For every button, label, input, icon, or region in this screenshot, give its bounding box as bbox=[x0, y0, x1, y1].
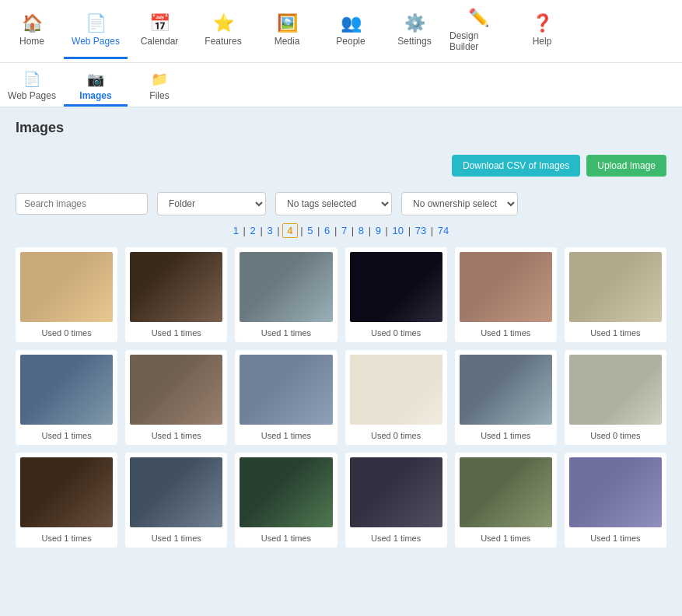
image-card[interactable]: Used 1 times bbox=[565, 453, 666, 548]
image-thumbnail bbox=[350, 355, 442, 425]
used-label: Used 1 times bbox=[152, 534, 201, 543]
nav-calendar[interactable]: 📅 Calendar bbox=[128, 3, 191, 59]
image-thumbnail bbox=[20, 457, 113, 527]
nav-design-builder[interactable]: ✏️ Design Builder bbox=[446, 3, 510, 59]
used-label: Used 1 times bbox=[261, 534, 311, 543]
image-card[interactable]: Used 1 times bbox=[565, 247, 666, 342]
upload-image-button[interactable]: Upload Image bbox=[586, 155, 666, 177]
page-9-link[interactable]: 9 bbox=[376, 225, 381, 236]
image-card[interactable]: Used 0 times bbox=[565, 350, 666, 445]
media-icon: 🖼️ bbox=[277, 13, 298, 33]
search-input[interactable] bbox=[16, 193, 148, 215]
page-content: Images Download CSV of Images Upload Ima… bbox=[0, 107, 682, 560]
nav-home[interactable]: 🏠 Home bbox=[0, 3, 64, 59]
features-icon: ⭐ bbox=[213, 13, 234, 33]
image-grid: Used 0 timesUsed 1 timesUsed 1 timesUsed… bbox=[16, 247, 666, 548]
used-label: Used 0 times bbox=[41, 328, 91, 338]
web-pages-icon: 📄 bbox=[86, 13, 107, 33]
used-label: Used 1 times bbox=[41, 431, 91, 440]
used-label: Used 1 times bbox=[261, 328, 311, 338]
image-card[interactable]: Used 1 times bbox=[235, 350, 337, 445]
sub-navigation: 📄 Web Pages 📷 Images 📁 Files bbox=[0, 63, 682, 107]
filters-row: Folder No tags selected No ownership sel… bbox=[16, 192, 666, 215]
used-label: Used 1 times bbox=[41, 534, 91, 543]
image-card[interactable]: Used 1 times bbox=[455, 247, 557, 342]
image-thumbnail bbox=[240, 355, 332, 425]
page-74-link[interactable]: 74 bbox=[438, 225, 449, 236]
tags-select[interactable]: No tags selected bbox=[275, 192, 392, 215]
ownership-select[interactable]: No ownership selected bbox=[401, 192, 518, 215]
folder-select[interactable]: Folder bbox=[157, 192, 266, 215]
image-card[interactable]: Used 0 times bbox=[16, 247, 117, 342]
page-10-link[interactable]: 10 bbox=[393, 225, 404, 236]
used-label: Used 1 times bbox=[481, 431, 530, 440]
used-label: Used 1 times bbox=[152, 431, 201, 440]
image-thumbnail bbox=[569, 355, 662, 425]
used-label: Used 1 times bbox=[371, 534, 421, 543]
image-thumbnail bbox=[350, 457, 442, 527]
toolbar-right: Download CSV of Images Upload Image bbox=[452, 155, 666, 177]
nav-help[interactable]: ❓ Help bbox=[510, 3, 574, 59]
used-label: Used 1 times bbox=[590, 328, 640, 338]
home-icon: 🏠 bbox=[22, 13, 43, 33]
sub-nav-files[interactable]: 📁 Files bbox=[128, 66, 191, 107]
image-card[interactable]: Used 1 times bbox=[235, 453, 337, 548]
used-label: Used 0 times bbox=[371, 431, 421, 440]
page-7-link[interactable]: 7 bbox=[341, 225, 347, 236]
image-card[interactable]: Used 0 times bbox=[345, 247, 447, 342]
image-card[interactable]: Used 1 times bbox=[125, 247, 227, 342]
used-label: Used 0 times bbox=[590, 431, 640, 440]
image-thumbnail bbox=[20, 252, 113, 322]
image-card[interactable]: Used 1 times bbox=[125, 453, 227, 548]
image-card[interactable]: Used 1 times bbox=[16, 453, 117, 548]
image-card[interactable]: Used 1 times bbox=[125, 350, 227, 445]
used-label: Used 1 times bbox=[590, 534, 640, 543]
page-current[interactable]: 4 bbox=[282, 223, 297, 238]
sub-nav-images[interactable]: 📷 Images bbox=[64, 66, 128, 107]
image-thumbnail bbox=[130, 355, 222, 425]
used-label: Used 0 times bbox=[371, 328, 421, 338]
page-5-link[interactable]: 5 bbox=[307, 225, 313, 236]
image-card[interactable]: Used 1 times bbox=[235, 247, 337, 342]
image-thumbnail bbox=[350, 252, 442, 322]
nav-features[interactable]: ⭐ Features bbox=[191, 3, 255, 59]
page-title: Images bbox=[16, 120, 666, 136]
image-thumbnail bbox=[460, 355, 552, 425]
sub-web-pages-icon: 📄 bbox=[23, 71, 40, 88]
image-thumbnail bbox=[569, 457, 662, 527]
image-card[interactable]: Used 1 times bbox=[455, 350, 557, 445]
used-label: Used 1 times bbox=[152, 328, 201, 338]
page-3-link[interactable]: 3 bbox=[267, 225, 272, 236]
used-label: Used 1 times bbox=[481, 328, 530, 338]
image-card[interactable]: Used 1 times bbox=[16, 350, 117, 445]
used-label: Used 1 times bbox=[261, 431, 311, 440]
design-builder-icon: ✏️ bbox=[468, 8, 489, 28]
people-icon: 👥 bbox=[341, 13, 362, 33]
toolbar: Download CSV of Images Upload Image bbox=[16, 147, 666, 184]
image-thumbnail bbox=[240, 252, 332, 322]
pagination: 1 | 2 | 3 | 4 | 5 | 6 | 7 | 8 | 9 | 10 |… bbox=[16, 225, 666, 236]
calendar-icon: 📅 bbox=[149, 13, 170, 33]
page-6-link[interactable]: 6 bbox=[324, 225, 330, 236]
nav-people[interactable]: 👥 People bbox=[319, 3, 383, 59]
page-73-link[interactable]: 73 bbox=[415, 225, 426, 236]
image-thumbnail bbox=[460, 457, 552, 527]
sub-images-icon: 📷 bbox=[87, 71, 104, 88]
download-csv-button[interactable]: Download CSV of Images bbox=[452, 155, 580, 177]
image-thumbnail bbox=[569, 252, 662, 322]
page-8-link[interactable]: 8 bbox=[358, 225, 364, 236]
image-thumbnail bbox=[130, 457, 222, 527]
top-navigation: 🏠 Home 📄 Web Pages 📅 Calendar ⭐ Features… bbox=[0, 0, 682, 63]
sub-nav-web-pages[interactable]: 📄 Web Pages bbox=[0, 66, 64, 107]
help-icon: ❓ bbox=[532, 13, 553, 33]
image-card[interactable]: Used 1 times bbox=[455, 453, 557, 548]
image-card[interactable]: Used 0 times bbox=[345, 350, 447, 445]
nav-media[interactable]: 🖼️ Media bbox=[255, 3, 319, 59]
page-2-link[interactable]: 2 bbox=[250, 225, 256, 236]
image-card[interactable]: Used 1 times bbox=[345, 453, 447, 548]
image-thumbnail bbox=[460, 252, 552, 322]
image-thumbnail bbox=[130, 252, 222, 322]
nav-settings[interactable]: ⚙️ Settings bbox=[383, 3, 446, 59]
page-1-link[interactable]: 1 bbox=[233, 225, 239, 236]
nav-web-pages[interactable]: 📄 Web Pages bbox=[64, 3, 128, 59]
